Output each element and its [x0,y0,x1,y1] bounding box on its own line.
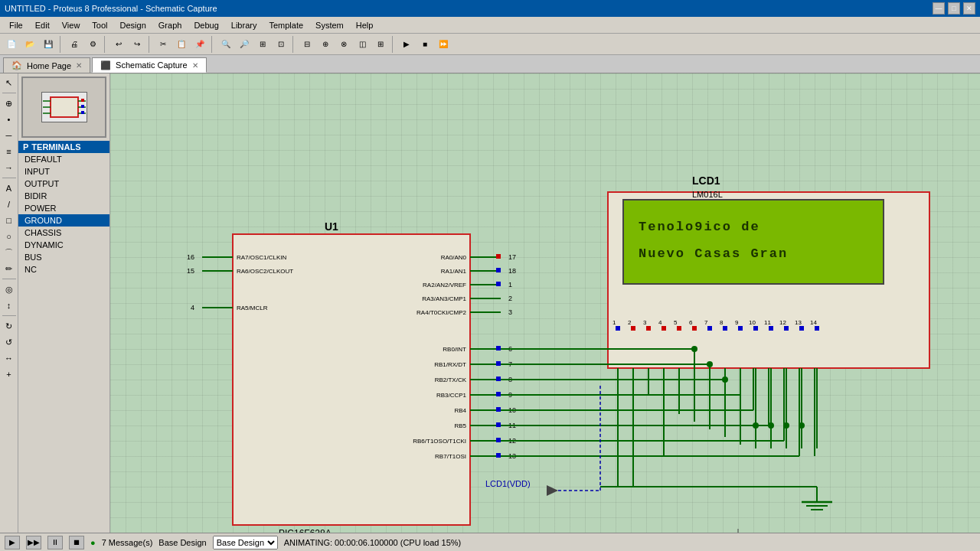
stop-button[interactable]: ⏹ [69,536,84,549]
arc-tool[interactable]: ⌒ [2,245,17,260]
rect-tool[interactable]: □ [2,213,17,228]
copy-button[interactable]: 📋 [173,36,190,53]
run-button[interactable]: ▶▶ [26,536,41,549]
sidebar-item-bus[interactable]: BUS [18,251,109,263]
sidebar-item-dynamic[interactable]: DYNAMIC [18,239,109,251]
open-button[interactable]: 📂 [21,36,38,53]
paste-button[interactable]: 📌 [191,36,208,53]
menu-library[interactable]: Library [225,19,263,31]
design-selector[interactable]: Base Design [213,536,278,549]
pause-button[interactable]: ⏸ [47,536,63,549]
tabs: 🏠 Home Page ✕ ⬛ Schematic Capture ✕ [0,55,980,73]
svg-rect-52 [496,392,501,396]
animation-status: ANIMATING: 00:00:06.100000 (CPU load 15%… [284,538,462,547]
tb-btn2[interactable]: ⚙ [84,36,101,53]
sidebar-item-default[interactable]: DEFAULT [18,153,109,165]
text-tool[interactable]: A [2,181,17,196]
probe-tool[interactable]: ↕ [2,298,17,313]
svg-rect-96 [677,326,681,331]
new-button[interactable]: 📄 [3,36,20,53]
tab-home[interactable]: 🏠 Home Page ✕ [3,57,90,73]
zoom-in-button[interactable]: 🔍 [217,36,234,53]
tab-schematic-close[interactable]: ✕ [192,61,198,70]
tb-run[interactable]: ▶ [398,36,415,53]
line-tool[interactable]: / [2,197,17,212]
marker-tool[interactable]: ◎ [2,282,17,297]
tab-home-label: Home Page [27,61,71,70]
sidebar-item-bidir[interactable]: BIDIR [18,190,109,202]
svg-rect-84 [616,326,620,331]
select-tool[interactable]: ↖ [2,75,17,90]
path-tool[interactable]: ✏ [2,261,17,276]
tb-step[interactable]: ⏩ [435,36,452,53]
circle-tool[interactable]: ○ [2,229,17,244]
menu-debug[interactable]: Debug [188,19,224,31]
minimize-button[interactable]: — [933,2,945,15]
svg-text:2: 2 [508,295,512,302]
svg-text:15: 15 [187,267,194,275]
zoom-all-button[interactable]: ⊡ [273,36,289,53]
tb-extra2[interactable]: ⊕ [317,36,334,53]
svg-rect-93 [662,326,666,331]
svg-text:11: 11 [764,319,771,326]
schematic-canvas[interactable]: U1 PIC16F628A 16 RA7/OSC1/CLKIN 15 RA6/O… [110,73,980,533]
tb-stop[interactable]: ■ [416,36,433,53]
sidebar-item-ground[interactable]: GROUND [18,214,109,227]
menu-tool[interactable]: Tool [86,19,113,31]
zoom-fit-button[interactable]: ⊞ [254,36,271,53]
menu-system[interactable]: System [309,19,350,31]
tb-extra4[interactable]: ◫ [354,36,371,53]
tab-schematic[interactable]: ⬛ Schematic Capture ✕ [92,57,207,73]
print-button[interactable]: 🖨 [66,36,83,53]
cut-button[interactable]: ✂ [155,36,172,53]
menu-view[interactable]: View [56,19,87,31]
toolbar-sep3 [149,36,152,53]
menu-design[interactable]: Design [114,19,152,31]
svg-text:16: 16 [187,253,194,261]
svg-text:3: 3 [508,308,512,316]
sidebar-item-chassis[interactable]: CHASSIS [18,227,109,239]
flip-h[interactable]: ↔ [2,350,17,366]
lt-sep3 [2,279,16,279]
menu-file[interactable]: File [3,19,29,31]
wire-tool[interactable]: ─ [2,128,17,143]
tab-home-close[interactable]: ✕ [76,61,82,70]
sidebar-item-nc[interactable]: NC [18,263,109,276]
tb-extra5[interactable]: ⊞ [372,36,389,53]
svg-rect-68 [496,453,501,458]
sidebar-item-input[interactable]: INPUT [18,165,109,178]
add-tool[interactable]: + [2,367,17,382]
sidebar-header-label: TERMINALS [31,142,80,152]
rotate-cw[interactable]: ↻ [2,318,17,334]
redo-button[interactable]: ↪ [129,36,145,53]
menu-edit[interactable]: Edit [29,19,56,31]
undo-button[interactable]: ↩ [110,36,127,53]
svg-text:RB2/TX/CK: RB2/TX/CK [435,377,467,383]
junction-tool[interactable]: • [2,112,17,127]
save-button[interactable]: 💾 [40,36,57,53]
maximize-button[interactable]: □ [948,2,960,15]
sidebar-item-output[interactable]: OUTPUT [18,178,109,190]
menu-template[interactable]: Template [263,19,309,31]
tb-extra3[interactable]: ⊗ [335,36,352,53]
zoom-out-button[interactable]: 🔎 [236,36,253,53]
svg-text:RA3/AN3/CMP1: RA3/AN3/CMP1 [422,295,466,302]
menu-graph[interactable]: Graph [152,19,188,31]
tab-schematic-label: Schematic Capture [116,60,188,70]
close-button[interactable]: ✕ [963,2,975,15]
svg-text:14: 14 [810,319,817,326]
tb-extra1[interactable]: ⊟ [299,36,315,53]
pin-tool[interactable]: → [2,160,17,175]
toolbar-sep6 [392,36,395,53]
rotate-ccw[interactable]: ↺ [2,334,17,350]
svg-text:9: 9 [735,319,739,326]
lcd-text-row2: Nuevo Casas Gran [639,246,788,261]
svg-text:7: 7 [704,319,708,326]
play-button[interactable]: ▶ [5,536,20,549]
main-area: ↖ ⊕ • ─ ≡ → A / □ ○ ⌒ ✏ ◎ ↕ ↻ ↺ ↔ + [0,73,980,533]
bus-tool[interactable]: ≡ [2,144,17,159]
svg-text:RA0/AN0: RA0/AN0 [441,254,467,261]
component-tool[interactable]: ⊕ [2,96,17,111]
sidebar-item-power[interactable]: POWER [18,202,109,214]
menu-help[interactable]: Help [350,19,380,31]
